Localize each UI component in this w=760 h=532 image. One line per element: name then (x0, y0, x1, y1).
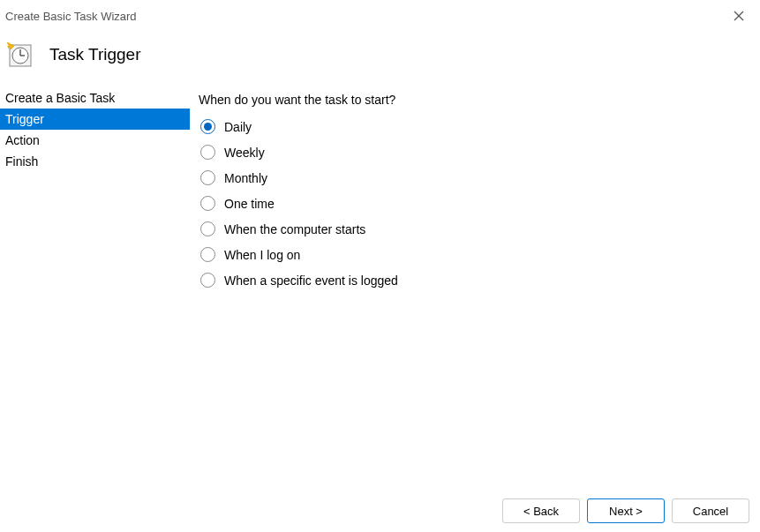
radio-option-computer-starts[interactable]: When the computer starts (200, 221, 751, 236)
radio-icon (200, 196, 215, 211)
task-scheduler-icon (5, 41, 34, 69)
next-button[interactable]: Next > (587, 498, 665, 523)
sidebar-item-create-basic-task[interactable]: Create a Basic Task (0, 87, 190, 109)
footer-buttons: < Back Next > Cancel (502, 498, 749, 523)
trigger-radio-group: Daily Weekly Monthly One time When the c… (199, 119, 751, 288)
radio-option-event-logged[interactable]: When a specific event is logged (200, 273, 751, 288)
radio-option-weekly[interactable]: Weekly (200, 145, 751, 160)
radio-label: When the computer starts (224, 222, 365, 236)
radio-icon (200, 221, 215, 236)
radio-icon (200, 145, 215, 160)
radio-icon (200, 247, 215, 262)
prompt-text: When do you want the task to start? (199, 93, 751, 107)
radio-option-daily[interactable]: Daily (200, 119, 751, 134)
radio-icon (200, 119, 215, 134)
content-area: Create a Basic Task Trigger Action Finis… (0, 86, 760, 466)
sidebar-item-action[interactable]: Action (0, 130, 190, 151)
radio-label: One time (224, 197, 275, 211)
radio-option-log-on[interactable]: When I log on (200, 247, 751, 262)
radio-label: Monthly (224, 171, 267, 185)
sidebar-item-finish[interactable]: Finish (0, 151, 190, 172)
header: Task Trigger (0, 30, 760, 86)
close-icon[interactable] (730, 7, 748, 25)
radio-label: When a specific event is logged (224, 273, 398, 288)
radio-icon (200, 273, 215, 288)
radio-icon (200, 170, 215, 185)
page-title: Task Trigger (49, 45, 140, 64)
radio-option-monthly[interactable]: Monthly (200, 170, 751, 185)
sidebar-item-trigger[interactable]: Trigger (0, 109, 190, 130)
radio-label: When I log on (224, 248, 300, 262)
cancel-button[interactable]: Cancel (672, 498, 749, 523)
radio-label: Weekly (224, 146, 265, 160)
radio-label: Daily (224, 120, 252, 134)
radio-option-one-time[interactable]: One time (200, 196, 751, 211)
titlebar: Create Basic Task Wizard (0, 0, 760, 30)
main-panel: When do you want the task to start? Dail… (190, 87, 760, 466)
back-button[interactable]: < Back (502, 498, 580, 523)
window-title: Create Basic Task Wizard (5, 10, 137, 23)
wizard-steps-sidebar: Create a Basic Task Trigger Action Finis… (0, 87, 190, 466)
